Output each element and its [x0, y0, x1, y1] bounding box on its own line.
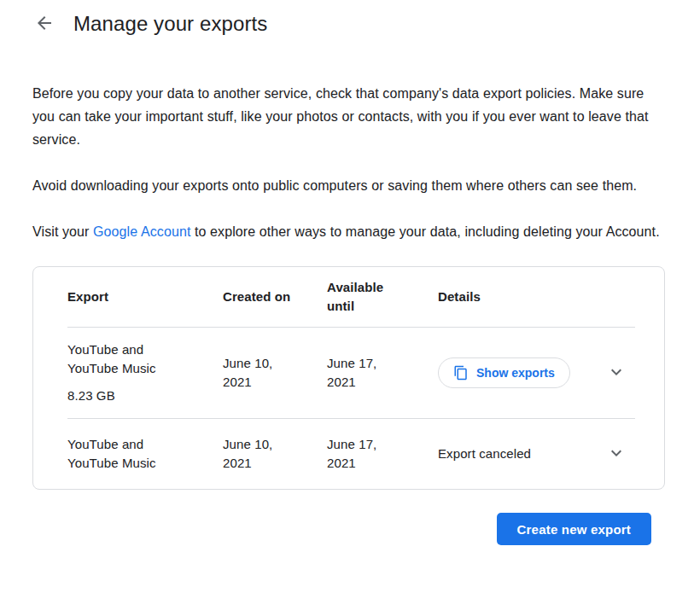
table-row: YouTube and YouTube Music June 10, 2021 … [33, 419, 664, 489]
export-name-cell: YouTube and YouTube Music [67, 435, 223, 473]
expand-row-cell [596, 361, 637, 385]
exports-table-card: Export Created on Available until Detail… [32, 266, 665, 490]
created-on-cell: June 10, 2021 [223, 435, 327, 473]
intro-paragraph-2: Avoid downloading your exports onto publ… [32, 174, 665, 197]
details-cell: Export canceled [438, 445, 596, 463]
column-header-available-until: Available until [327, 278, 438, 316]
available-until-cell: June 17, 2021 [327, 354, 438, 392]
intro-text: Before you copy your data to another ser… [32, 82, 665, 243]
intro-paragraph-3-suffix: to explore other ways to manage your dat… [190, 224, 659, 239]
chevron-down-icon [606, 443, 627, 466]
export-name-cell: YouTube and YouTube Music 8.23 GB [67, 340, 223, 405]
intro-paragraph-3: Visit your Google Account to explore oth… [32, 220, 665, 243]
page-actions: Create new export [32, 513, 665, 545]
manage-exports-page: Manage your exports Before you copy your… [0, 0, 694, 545]
table-header-row: Export Created on Available until Detail… [33, 267, 664, 327]
export-name: YouTube and YouTube Music [67, 340, 189, 378]
google-account-link[interactable]: Google Account [93, 224, 190, 239]
created-on-cell: June 10, 2021 [223, 354, 327, 392]
column-header-created-on: Created on [223, 288, 327, 306]
copy-icon [453, 365, 469, 381]
column-header-details: Details [438, 288, 596, 306]
export-name: YouTube and YouTube Music [67, 435, 189, 473]
intro-paragraph-1: Before you copy your data to another ser… [32, 82, 665, 151]
expand-row-button[interactable] [604, 442, 628, 466]
export-size: 8.23 GB [67, 386, 189, 405]
table-row: YouTube and YouTube Music 8.23 GB June 1… [33, 328, 664, 418]
show-exports-button[interactable]: Show exports [438, 357, 570, 388]
create-new-export-button[interactable]: Create new export [497, 513, 651, 545]
page-title: Manage your exports [73, 12, 267, 36]
details-cell: Show exports [438, 357, 596, 388]
content: Before you copy your data to another ser… [32, 82, 665, 545]
chevron-down-icon [606, 362, 627, 385]
available-until-cell: June 17, 2021 [327, 435, 438, 473]
column-header-export: Export [67, 288, 223, 306]
page-header: Manage your exports [0, 5, 694, 39]
arrow-back-icon [34, 13, 55, 36]
expand-row-button[interactable] [604, 361, 628, 385]
back-button[interactable] [32, 12, 56, 36]
expand-row-cell [596, 442, 637, 466]
intro-paragraph-3-prefix: Visit your [32, 224, 93, 239]
show-exports-label: Show exports [476, 366, 555, 380]
